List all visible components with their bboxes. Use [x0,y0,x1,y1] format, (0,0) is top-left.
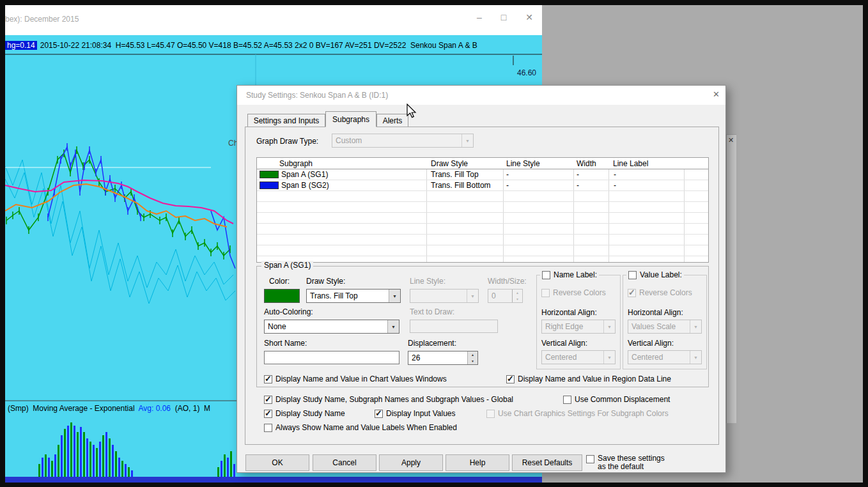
chart-bottom-scale [5,477,542,483]
checkbox-label: Use Common Displacement [575,395,670,404]
value-vertical-align-label: Vertical Align: [628,339,674,348]
spin-up-icon[interactable] [468,352,477,358]
series-cyan-zigzag-1 [5,160,233,288]
auto-coloring-value: None [268,322,286,331]
save-settings-line1: Save these settings [598,454,665,463]
dialog-close-icon[interactable]: ✕ [713,89,720,99]
tab-settings-and-inputs[interactable]: Settings and Inputs [247,114,325,127]
tab-subgraphs[interactable]: Subgraphs [325,111,376,127]
short-name-input[interactable] [264,351,399,364]
name-horizontal-align-value: Right Edge [545,322,583,331]
display-global-checkbox[interactable]: Display Study Name, Subgraph Names and S… [264,395,513,404]
value-vertical-align-value: Centered [632,353,663,362]
window-controls: – □ ✕ [477,12,533,22]
color-label: Color: [269,277,290,286]
tab-alerts[interactable]: Alerts [376,114,408,127]
display-study-name-checkbox[interactable]: Display Study Name [264,409,345,418]
spin-down-icon[interactable] [468,358,477,364]
checkbox-label: Value Label: [640,270,682,279]
short-name-label: Short Name: [264,339,307,348]
mouse-cursor-icon [407,104,418,119]
auto-coloring-select[interactable]: None [264,320,399,334]
checkbox-label: Reverse Colors [553,288,606,297]
display-chart-values-checkbox[interactable]: Display Name and Value in Chart Values W… [264,375,447,383]
apply-button[interactable]: Apply [379,454,443,471]
row-draw-style: Trans. Fill Bottom [431,181,491,190]
subgraph-table[interactable]: Subgraph Draw Style Line Style Width Lin… [256,157,709,263]
spinner-buttons[interactable] [467,352,477,364]
checkbox-label: Display Study Name, Subgraph Names and S… [275,395,513,404]
cancel-button[interactable]: Cancel [313,454,376,471]
checkbox-label: Display Name and Value in Chart Values W… [275,375,447,383]
table-row-span-b[interactable]: Span B (SG2) Trans. Fill Bottom - - - [257,180,708,191]
name-vertical-align-value: Centered [545,353,577,362]
dropdown-arrow-icon [603,320,615,333]
col-header-line-label[interactable]: Line Label [613,159,648,168]
span-a-color-swatch [260,171,279,178]
series-span-blue-zigzag-2 [211,211,235,268]
text-to-draw-label: Text to Draw: [410,307,454,316]
reset-defaults-button[interactable]: Reset Defaults [512,454,582,471]
use-chart-graphics-checkbox: Use Chart Graphics Settings For Subgraph… [486,409,669,418]
price-scale-label: 46.60 [517,68,536,77]
col-header-width[interactable]: Width [577,159,596,168]
checkbox-box [264,424,272,432]
checkbox-label: Use Chart Graphics Settings For Subgraph… [498,409,669,418]
draw-style-label: Draw Style: [306,277,345,286]
col-header-line-style[interactable]: Line Style [506,159,540,168]
text-to-draw-input [410,320,498,333]
dropdown-arrow-icon [603,351,615,364]
indicator-data-line: (Smp) Moving Average - Exponential Avg: … [8,404,210,413]
col-header-subgraph[interactable]: Subgraph [279,159,313,168]
checkbox-box [628,271,637,279]
always-show-labels-checkbox[interactable]: Always Show Name and Value Labels When E… [264,423,457,432]
dropdown-arrow-icon [467,290,478,302]
displacement-input[interactable]: 26 [408,351,478,365]
save-settings-default-checkbox[interactable]: Save these settings as the default [586,454,665,471]
display-region-data-line-checkbox[interactable]: Display Name and Value in Region Data Li… [506,375,671,383]
value-vertical-align-select: Centered [628,350,702,364]
checkbox-box [563,396,571,404]
docked-panel-edge [726,134,736,423]
color-swatch-button[interactable] [264,289,300,303]
row-width: - [577,181,579,190]
dialog-titlebar[interactable]: Study Settings: Senkou Span A & B (ID:1)… [237,86,725,105]
line-style-label: Line Style: [410,277,446,286]
displacement-label: Displacement: [408,339,456,348]
table-row-span-a[interactable]: Span A (SG1) Trans. Fill Top - - - [257,169,708,180]
indicator-name-text: (Smp) Moving Average - Exponential [8,404,139,413]
help-button[interactable]: Help [446,454,509,471]
graph-draw-type-select: Custom [332,134,474,148]
checkbox-box [542,271,550,279]
checkbox-box [375,410,383,418]
close-icon[interactable]: ✕ [525,12,533,22]
indicator-avg-value: Avg: 0.06 [139,404,171,413]
name-vertical-align-select: Centered [541,350,616,364]
value-label-checkbox[interactable]: Value Label: [626,270,684,279]
series-span-green-steps [6,150,230,256]
study-settings-dialog: Study Settings: Senkou Span A & B (ID:1)… [236,85,726,473]
maximize-icon[interactable]: □ [501,12,506,22]
use-common-displacement-checkbox[interactable]: Use Common Displacement [563,395,670,404]
displacement-value: 26 [412,353,420,362]
col-header-draw-style[interactable]: Draw Style [431,159,468,168]
checkbox-box [264,410,272,418]
checkbox-label: Display Study Name [275,409,345,418]
graph-draw-type-value: Custom [336,136,362,145]
checkbox-label: Reverse Colors [639,288,692,297]
minimize-icon[interactable]: – [477,12,482,22]
table-header: Subgraph Draw Style Line Style Width Lin… [257,158,708,169]
name-label-checkbox[interactable]: Name Label: [540,270,599,279]
row-subgraph-name: Span A (SG1) [281,170,328,179]
draw-style-select[interactable]: Trans. Fill Top [306,289,401,303]
checkbox-box [628,289,636,297]
chart-data-text: 2015-10-22 21:08:34 H=45.53 L=45.47 O=45… [40,41,477,50]
checkbox-label: Always Show Name and Value Labels When E… [275,423,457,432]
change-value-highlight: hg=0.14 [5,41,37,50]
display-input-values-checkbox[interactable]: Display Input Values [375,409,456,418]
row-line-style: - [506,170,509,179]
chart-window-title: bex): December 2015 [5,15,79,24]
ok-button[interactable]: OK [245,454,309,471]
checkbox-box [586,455,594,463]
panel-close-icon[interactable]: ✕ [728,136,734,144]
